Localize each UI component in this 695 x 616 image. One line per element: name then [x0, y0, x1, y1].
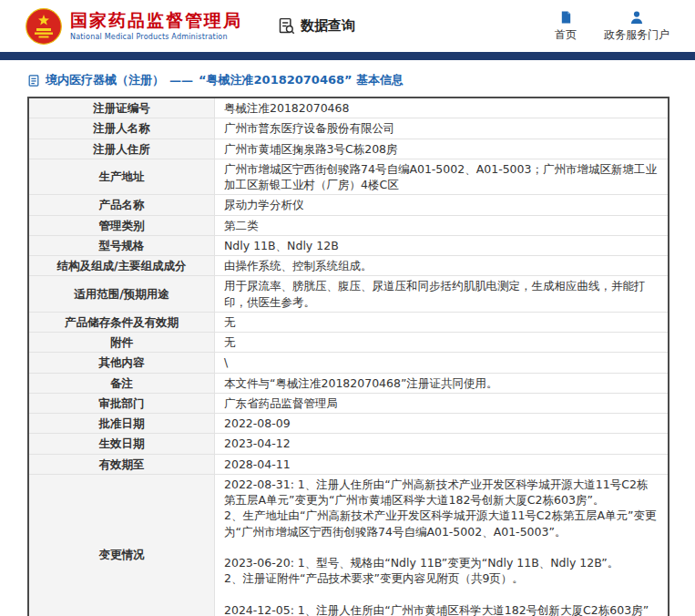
- national-emblem-icon: [26, 8, 62, 45]
- field-value: 广州市普东医疗设备股份有限公司: [215, 118, 669, 139]
- field-label: 生产地址: [28, 159, 215, 195]
- table-row: 产品储存条件及有效期 无: [28, 312, 669, 332]
- field-label: 附件: [28, 333, 215, 353]
- field-label: 变更情况: [28, 474, 215, 616]
- nav-portal-label: 政务服务门户: [604, 27, 669, 43]
- brand-text: 国家药品监督管理局 National Medical Products Admi…: [70, 11, 242, 41]
- data-query-label: 数据查询: [301, 17, 355, 35]
- breadcrumb: 境内医疗器械（注册） —— “粤械注准20182070468” 基本信息: [27, 72, 669, 88]
- breadcrumb-separator: ——: [169, 74, 193, 87]
- data-query-icon: [277, 16, 296, 36]
- nav-home-label: 首页: [555, 27, 577, 43]
- field-value: 2022-08-09: [215, 414, 669, 434]
- table-row: 变更情况 2022-08-31: 1、注册人住所由“广州高新技术产业开发区科学城…: [28, 474, 669, 616]
- field-value: 用于尿流率、膀胱压、腹压、尿道压和同步括约肌肌电测定，生成相应曲线，并能打印，供…: [215, 276, 669, 313]
- table-row: 产品名称 尿动力学分析仪: [28, 195, 669, 215]
- table-row: 型号规格 Ndly 11B、Ndly 12B: [28, 235, 669, 255]
- table-row: 生效日期 2023-04-12: [28, 434, 669, 454]
- breadcrumb-category[interactable]: 境内医疗器械（注册）: [46, 72, 164, 88]
- site-header: 国家药品监督管理局 National Medical Products Admi…: [0, 0, 695, 52]
- field-label: 产品储存条件及有效期: [28, 312, 215, 332]
- table-row: 适用范围/预期用途 用于尿流率、膀胱压、腹压、尿道压和同步括约肌肌电测定，生成相…: [28, 276, 669, 313]
- field-value: \: [215, 353, 669, 373]
- field-value: 第二类: [215, 215, 669, 235]
- agency-name-cn: 国家药品监督管理局: [70, 11, 242, 31]
- field-value: 无: [215, 333, 669, 353]
- field-value: 2028-04-11: [215, 454, 669, 474]
- field-value: 本文件与“粤械注准20182070468”注册证共同使用。: [215, 373, 669, 393]
- agency-name-en: National Medical Products Administration: [70, 33, 242, 41]
- registration-info-table: 注册证编号 粤械注准20182070468 注册人名称 广州市普东医疗设备股份有…: [27, 97, 669, 616]
- table-row: 有效期至 2028-04-11: [28, 454, 669, 474]
- field-label: 有效期至: [28, 454, 215, 474]
- home-page-icon: [559, 10, 573, 25]
- field-label: 生效日期: [28, 434, 215, 454]
- field-label: 注册证编号: [28, 98, 215, 118]
- field-label: 适用范围/预期用途: [28, 276, 215, 313]
- table-row: 管理类别 第二类: [28, 215, 669, 235]
- page: 国家药品监督管理局 National Medical Products Admi…: [0, 0, 695, 616]
- field-label: 管理类别: [28, 215, 215, 235]
- table-row: 审批部门 广东省药品监督管理局: [28, 393, 669, 413]
- document-icon: [27, 74, 40, 87]
- field-value: 粤械注准20182070468: [215, 98, 669, 118]
- field-value: Ndly 11B、Ndly 12B: [215, 235, 669, 255]
- field-value: 尿动力学分析仪: [215, 195, 669, 215]
- brand: 国家药品监督管理局 National Medical Products Admi…: [26, 8, 242, 45]
- field-label: 备注: [28, 373, 215, 393]
- table-row: 生产地址 广州市增城区宁西街创骏路74号自编A01-5002、A01-5003；…: [28, 159, 669, 195]
- field-value: 广东省药品监督管理局: [215, 393, 669, 413]
- field-label: 型号规格: [28, 235, 215, 255]
- field-label: 注册人名称: [28, 118, 215, 139]
- portal-person-icon: [629, 10, 644, 25]
- field-label: 注册人住所: [28, 139, 215, 159]
- field-label: 批准日期: [28, 414, 215, 434]
- field-value: 2023-04-12: [215, 434, 669, 454]
- change-history-value: 2022-08-31: 1、注册人住所由“广州高新技术产业开发区科学城开源大道1…: [215, 474, 669, 616]
- breadcrumb-title: “粤械注准20182070468” 基本信息: [199, 72, 404, 88]
- nav-portal[interactable]: 政务服务门户: [604, 10, 669, 43]
- field-label: 其他内容: [28, 353, 215, 373]
- table-row: 结构及组成/主要组成成分 由操作系统、控制系统组成。: [28, 256, 669, 276]
- table-row: 注册证编号 粤械注准20182070468: [28, 98, 669, 118]
- table-row: 注册人住所 广州市黄埔区掬泉路3号C栋208房: [28, 139, 669, 159]
- nav-home[interactable]: 首页: [555, 10, 577, 43]
- table-row: 附件 无: [28, 333, 669, 353]
- field-value: 广州市增城区宁西街创骏路74号自编A01-5002、A01-5003；广州市增城…: [215, 159, 669, 195]
- navy-divider-bar: [0, 52, 695, 60]
- table-row: 其他内容 \: [28, 353, 669, 373]
- field-value: 无: [215, 312, 669, 332]
- field-label: 审批部门: [28, 393, 215, 413]
- table-row: 注册人名称 广州市普东医疗设备股份有限公司: [28, 118, 669, 139]
- field-label: 产品名称: [28, 195, 215, 215]
- table-row: 批准日期 2022-08-09: [28, 414, 669, 434]
- top-navigation: 首页 政务服务门户: [555, 10, 669, 43]
- field-value: 广州市黄埔区掬泉路3号C栋208房: [215, 139, 669, 159]
- table-row: 备注 本文件与“粤械注准20182070468”注册证共同使用。: [28, 373, 669, 393]
- field-label: 结构及组成/主要组成成分: [28, 256, 215, 276]
- field-value: 由操作系统、控制系统组成。: [215, 256, 669, 276]
- data-query-section[interactable]: 数据查询: [277, 16, 355, 36]
